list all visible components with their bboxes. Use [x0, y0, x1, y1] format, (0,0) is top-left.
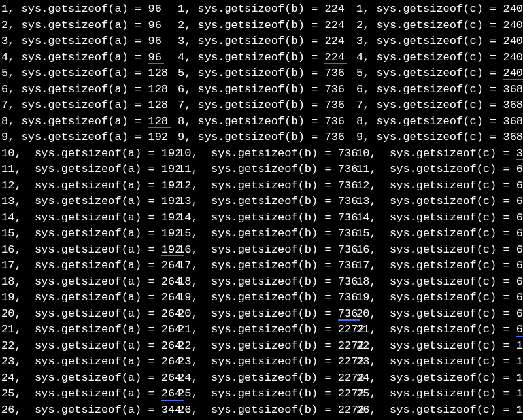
output-line: 3, sys.getsizeof(c) = 240 — [356, 33, 522, 50]
underline-annotation — [324, 63, 347, 64]
underline-annotation — [503, 79, 523, 80]
output-line: 19, sys.getsizeof(c) = 648 — [356, 290, 522, 306]
output-line: 26, sys.getsizeof(c) = 1184 — [356, 402, 522, 419]
output-line: 20, sys.getsizeof(a) = 264 — [1, 306, 177, 323]
output-line: 1, sys.getsizeof(b) = 224 — [178, 1, 355, 18]
output-line: 16, sys.getsizeof(a) = 192 — [1, 242, 177, 258]
output-line: 11, sys.getsizeof(c) = 648 — [356, 162, 522, 178]
output-line: 26, sys.getsizeof(b) = 2272 — [178, 402, 355, 419]
output-line: 10, sys.getsizeof(c) = 368 — [356, 146, 522, 162]
output-line: 22, sys.getsizeof(a) = 264 — [1, 338, 177, 355]
column-b: 1, sys.getsizeof(b) = 2242, sys.getsizeo… — [177, 1, 355, 418]
output-line: 12, sys.getsizeof(c) = 648 — [356, 178, 522, 194]
output-line: 21, sys.getsizeof(a) = 264 — [1, 322, 177, 338]
output-line: 26, sys.getsizeof(a) = 344 — [1, 402, 177, 419]
column-a: 1, sys.getsizeof(a) = 962, sys.getsizeof… — [0, 1, 177, 418]
output-line: 14, sys.getsizeof(b) = 736 — [178, 210, 355, 226]
underline-annotation — [516, 336, 523, 337]
output-line: 20, sys.getsizeof(b) = 736 — [178, 306, 355, 323]
output-line: 23, sys.getsizeof(c) = 1184 — [356, 354, 522, 370]
output-line: 1, sys.getsizeof(a) = 96 — [1, 1, 177, 18]
output-line: 13, sys.getsizeof(b) = 736 — [178, 194, 355, 210]
output-line: 17, sys.getsizeof(a) = 264 — [1, 258, 177, 274]
output-line: 15, sys.getsizeof(b) = 736 — [178, 226, 355, 242]
output-line: 9, sys.getsizeof(a) = 192 — [1, 130, 177, 146]
output-line: 22, sys.getsizeof(b) = 2272 — [178, 338, 355, 355]
underline-annotation — [516, 159, 523, 160]
output-line: 7, sys.getsizeof(a) = 128 — [1, 97, 177, 114]
output-line: 15, sys.getsizeof(a) = 192 — [1, 226, 177, 242]
output-line: 4, sys.getsizeof(b) = 224 — [178, 50, 355, 66]
output-line: 8, sys.getsizeof(b) = 736 — [178, 114, 355, 130]
output-line: 5, sys.getsizeof(b) = 736 — [178, 65, 355, 82]
output-line: 5, sys.getsizeof(c) = 240 — [356, 65, 522, 82]
output-line: 23, sys.getsizeof(b) = 2272 — [178, 354, 355, 370]
output-line: 19, sys.getsizeof(b) = 736 — [178, 290, 355, 306]
output-line: 10, sys.getsizeof(a) = 192 — [1, 146, 177, 162]
output-line: 4, sys.getsizeof(c) = 240 — [356, 50, 522, 66]
output-line: 9, sys.getsizeof(b) = 736 — [178, 130, 355, 146]
output-line: 2, sys.getsizeof(b) = 224 — [178, 18, 355, 34]
terminal-output: 1, sys.getsizeof(a) = 962, sys.getsizeof… — [0, 0, 523, 418]
output-line: 2, sys.getsizeof(a) = 96 — [1, 18, 177, 34]
output-line: 12, sys.getsizeof(a) = 192 — [1, 178, 177, 194]
output-line: 9, sys.getsizeof(c) = 368 — [356, 130, 522, 146]
output-line: 8, sys.getsizeof(a) = 128 — [1, 114, 177, 130]
output-line: 8, sys.getsizeof(c) = 368 — [356, 114, 522, 130]
output-line: 15, sys.getsizeof(c) = 648 — [356, 226, 522, 242]
output-line: 3, sys.getsizeof(a) = 96 — [1, 33, 177, 50]
output-line: 20, sys.getsizeof(c) = 648 — [356, 306, 522, 323]
output-line: 18, sys.getsizeof(a) = 264 — [1, 274, 177, 290]
output-line: 14, sys.getsizeof(a) = 192 — [1, 210, 177, 226]
output-line: 25, sys.getsizeof(b) = 2272 — [178, 386, 355, 402]
output-line: 18, sys.getsizeof(b) = 736 — [178, 274, 355, 290]
output-line: 2, sys.getsizeof(c) = 240 — [356, 18, 522, 34]
output-line: 14, sys.getsizeof(c) = 648 — [356, 210, 522, 226]
output-line: 3, sys.getsizeof(b) = 224 — [178, 33, 355, 50]
output-line: 1, sys.getsizeof(c) = 240 — [356, 1, 522, 18]
output-line: 23, sys.getsizeof(a) = 264 — [1, 354, 177, 370]
output-line: 12, sys.getsizeof(b) = 736 — [178, 178, 355, 194]
output-line: 25, sys.getsizeof(c) = 1184 — [356, 386, 522, 402]
output-line: 24, sys.getsizeof(b) = 2272 — [178, 370, 355, 387]
output-line: 11, sys.getsizeof(a) = 192 — [1, 162, 177, 178]
output-line: 24, sys.getsizeof(a) = 264 — [1, 370, 177, 387]
output-line: 18, sys.getsizeof(c) = 648 — [356, 274, 522, 290]
output-line: 16, sys.getsizeof(b) = 736 — [178, 242, 355, 258]
output-line: 4, sys.getsizeof(a) = 96 — [1, 50, 177, 66]
output-line: 13, sys.getsizeof(c) = 648 — [356, 194, 522, 210]
output-line: 21, sys.getsizeof(c) = 648 — [356, 322, 522, 338]
output-line: 17, sys.getsizeof(c) = 648 — [356, 258, 522, 274]
output-line: 5, sys.getsizeof(a) = 128 — [1, 65, 177, 82]
output-line: 22, sys.getsizeof(c) = 1184 — [356, 338, 522, 355]
output-line: 24, sys.getsizeof(c) = 1184 — [356, 370, 522, 387]
output-line: 6, sys.getsizeof(c) = 368 — [356, 82, 522, 98]
output-line: 16, sys.getsizeof(c) = 648 — [356, 242, 522, 258]
column-c: 1, sys.getsizeof(c) = 2402, sys.getsizeo… — [355, 1, 522, 418]
underline-annotation — [148, 63, 163, 64]
output-line: 19, sys.getsizeof(a) = 264 — [1, 290, 177, 306]
output-line: 6, sys.getsizeof(a) = 128 — [1, 82, 177, 98]
output-line: 6, sys.getsizeof(b) = 736 — [178, 82, 355, 98]
output-line: 25, sys.getsizeof(a) = 264 — [1, 386, 177, 402]
output-line: 7, sys.getsizeof(c) = 368 — [356, 97, 522, 114]
output-line: 11, sys.getsizeof(b) = 736 — [178, 162, 355, 178]
output-line: 17, sys.getsizeof(b) = 736 — [178, 258, 355, 274]
underline-annotation — [148, 127, 171, 128]
output-line: 10, sys.getsizeof(b) = 736 — [178, 146, 355, 162]
output-line: 7, sys.getsizeof(b) = 736 — [178, 97, 355, 114]
output-line: 21, sys.getsizeof(b) = 2272 — [178, 322, 355, 338]
output-line: 13, sys.getsizeof(a) = 192 — [1, 194, 177, 210]
